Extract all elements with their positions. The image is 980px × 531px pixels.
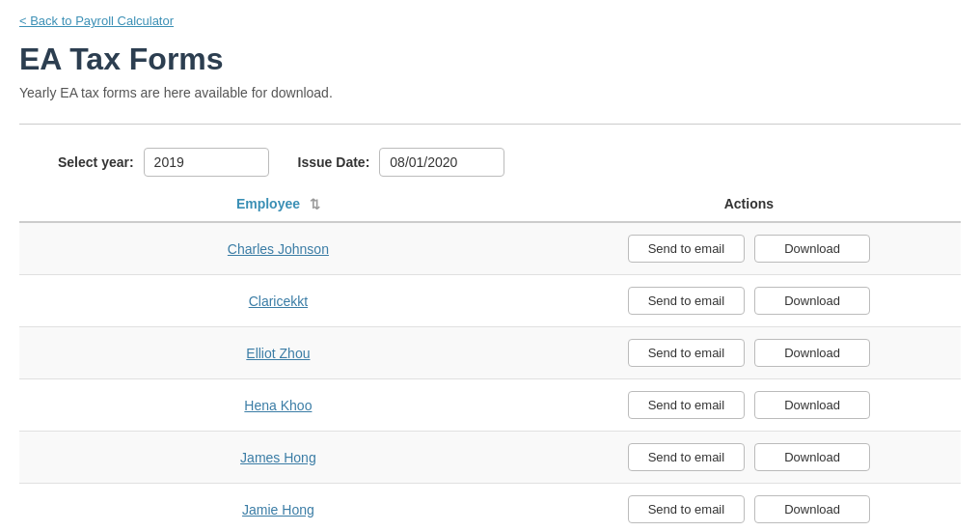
table-row: Jamie HongSend to emailDownload: [19, 484, 961, 532]
ea-forms-table: Employee ⇅ Actions Charles JohnsonSend t…: [19, 186, 961, 531]
download-button[interactable]: Download: [754, 235, 870, 263]
download-button[interactable]: Download: [754, 391, 870, 419]
table-header-row: Employee ⇅ Actions: [19, 186, 961, 222]
table-row: Hena KhooSend to emailDownload: [19, 379, 961, 432]
actions-cell: Send to emailDownload: [537, 275, 961, 327]
download-button[interactable]: Download: [754, 443, 870, 471]
employee-link[interactable]: Jamie Hong: [242, 502, 314, 517]
employee-name-cell: Hena Khoo: [19, 379, 537, 432]
employee-name-cell: Claricekkt: [19, 275, 537, 327]
actions-cell: Send to emailDownload: [537, 432, 961, 484]
send-to-email-button[interactable]: Send to email: [628, 443, 746, 471]
employee-name-cell: James Hong: [19, 432, 537, 484]
download-button[interactable]: Download: [754, 495, 870, 523]
sort-icon[interactable]: ⇅: [310, 197, 320, 211]
employee-name-cell: Jamie Hong: [19, 484, 537, 532]
page-subtitle: Yearly EA tax forms are here available f…: [19, 85, 961, 100]
employee-name-cell: Charles Johnson: [19, 222, 537, 275]
filter-row: Select year: Issue Date:: [0, 138, 980, 186]
actions-wrapper: Send to emailDownload: [549, 235, 949, 263]
send-to-email-button[interactable]: Send to email: [628, 339, 746, 367]
actions-wrapper: Send to emailDownload: [549, 339, 949, 367]
actions-cell: Send to emailDownload: [537, 379, 961, 432]
send-to-email-button[interactable]: Send to email: [628, 287, 746, 315]
page-title: EA Tax Forms: [19, 42, 961, 77]
employee-name-cell: Elliot Zhou: [19, 327, 537, 379]
download-button[interactable]: Download: [754, 339, 870, 367]
actions-cell: Send to emailDownload: [537, 222, 961, 275]
employee-link[interactable]: Claricekkt: [249, 293, 308, 309]
actions-cell: Send to emailDownload: [537, 484, 961, 532]
employee-link[interactable]: Elliot Zhou: [246, 346, 310, 361]
employee-link[interactable]: Hena Khoo: [244, 398, 312, 413]
actions-wrapper: Send to emailDownload: [549, 391, 949, 419]
table-row: Elliot ZhouSend to emailDownload: [19, 327, 961, 379]
send-to-email-button[interactable]: Send to email: [628, 235, 746, 263]
actions-cell: Send to emailDownload: [537, 327, 961, 379]
table-row: James HongSend to emailDownload: [19, 432, 961, 484]
table-row: ClaricekktSend to emailDownload: [19, 275, 961, 327]
send-to-email-button[interactable]: Send to email: [628, 391, 746, 419]
actions-wrapper: Send to emailDownload: [549, 495, 949, 523]
employee-column-header: Employee ⇅: [19, 186, 537, 222]
send-to-email-button[interactable]: Send to email: [628, 495, 746, 523]
year-filter-group: Select year:: [58, 148, 269, 177]
employee-link[interactable]: James Hong: [240, 450, 316, 465]
date-input[interactable]: [379, 148, 504, 177]
year-input[interactable]: [144, 148, 269, 177]
table-row: Charles JohnsonSend to emailDownload: [19, 222, 961, 275]
date-label: Issue Date:: [298, 154, 370, 170]
back-link[interactable]: < Back to Payroll Calculator: [0, 0, 193, 42]
actions-wrapper: Send to emailDownload: [549, 443, 949, 471]
year-label: Select year:: [58, 154, 134, 170]
actions-column-header: Actions: [537, 186, 961, 222]
date-filter-group: Issue Date:: [298, 148, 505, 177]
table-container: Employee ⇅ Actions Charles JohnsonSend t…: [0, 186, 980, 531]
download-button[interactable]: Download: [754, 287, 870, 315]
divider: [19, 124, 961, 125]
actions-wrapper: Send to emailDownload: [549, 287, 949, 315]
employee-link[interactable]: Charles Johnson: [228, 241, 329, 257]
